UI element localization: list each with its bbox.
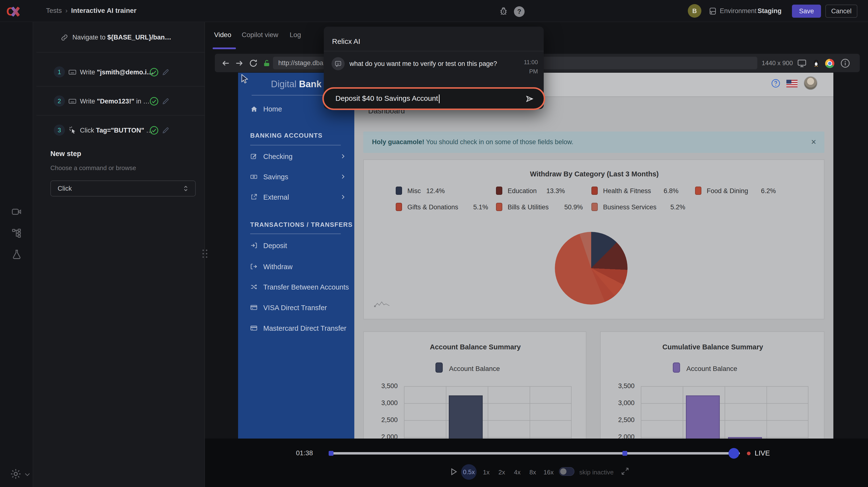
bank-sidebar: Digital Bank Home BANKING ACCOUNTS Check… bbox=[238, 73, 354, 438]
nav-label: Withdraw bbox=[263, 263, 292, 271]
legend-swatch bbox=[496, 187, 502, 195]
link-icon bbox=[61, 34, 68, 41]
divider bbox=[36, 86, 205, 87]
bank-nav-checking[interactable]: Checking bbox=[238, 151, 354, 163]
speed-option[interactable]: 16x bbox=[544, 468, 554, 476]
progress-marker[interactable] bbox=[622, 451, 627, 456]
reload-icon[interactable] bbox=[249, 59, 258, 68]
edit-pencil-icon[interactable] bbox=[162, 126, 169, 134]
unlock-icon[interactable] bbox=[262, 59, 271, 68]
speed-option[interactable]: 4x bbox=[514, 468, 521, 476]
step-row-2[interactable]: 2 Write "Demo123!" in … bbox=[33, 91, 205, 111]
y-axis-tick: 2,500 bbox=[606, 416, 634, 424]
speed-option[interactable]: 8x bbox=[529, 468, 536, 476]
alert-close-icon[interactable]: × bbox=[811, 137, 816, 147]
divider bbox=[250, 234, 341, 234]
success-check-icon bbox=[149, 96, 159, 106]
app-window: Tests › Interactive AI trainer ? B Envir… bbox=[0, 0, 868, 487]
site-help-icon[interactable] bbox=[771, 79, 781, 88]
tab-log[interactable]: Log bbox=[290, 31, 301, 39]
environment-value[interactable]: Staging bbox=[757, 7, 781, 15]
bar-plot-area bbox=[404, 386, 571, 438]
bank-nav-transfer[interactable]: Transfer Between Accounts bbox=[238, 281, 354, 294]
bar-chart-title: Account Balance Summary bbox=[364, 343, 587, 351]
recorded-site-view: Digital Bank Home BANKING ACCOUNTS Check… bbox=[238, 73, 833, 438]
tab-copilot-view[interactable]: Copilot view bbox=[242, 31, 278, 39]
speed-option[interactable]: 2x bbox=[498, 468, 505, 476]
navigate-step-row[interactable]: Navigate to ${BASE_URL}/ban… bbox=[33, 27, 205, 51]
command-select[interactable]: Click bbox=[51, 181, 196, 196]
nav-label: Savings bbox=[263, 173, 288, 181]
speed-option[interactable]: 1x bbox=[483, 468, 490, 476]
account-balance-bar bbox=[449, 395, 483, 438]
legend-label: Account Balance bbox=[686, 365, 737, 373]
monitor-icon[interactable] bbox=[797, 58, 807, 68]
flow-tree-icon[interactable] bbox=[11, 227, 22, 239]
video-camera-icon[interactable] bbox=[11, 206, 22, 217]
breadcrumb-tests[interactable]: Tests bbox=[46, 7, 62, 14]
playback-time: 01:38 bbox=[296, 449, 313, 457]
savings-icon bbox=[250, 173, 257, 180]
legend-label: Account Balance bbox=[449, 365, 500, 373]
nav-label: Checking bbox=[263, 153, 292, 161]
info-icon[interactable] bbox=[840, 58, 850, 68]
bank-nav-visa-transfer[interactable]: VISA Direct Transfer bbox=[238, 302, 354, 314]
mouse-cursor-icon bbox=[240, 74, 251, 84]
credit-card-icon bbox=[250, 304, 257, 311]
section-title-transactions: TRANSACTIONS / TRANSFERS bbox=[250, 221, 352, 229]
bank-nav-savings[interactable]: Savings bbox=[238, 171, 354, 183]
y-axis-tick: 3,500 bbox=[369, 382, 398, 390]
progress-marker[interactable] bbox=[329, 451, 334, 456]
success-check-icon bbox=[149, 67, 159, 77]
app-logo[interactable]: C bbox=[6, 5, 28, 18]
new-step-subtitle: Choose a command or browse bbox=[51, 164, 136, 172]
relicx-ai-popup: Relicx AI what do you want me to verify … bbox=[324, 27, 544, 109]
bank-nav-withdraw[interactable]: Withdraw bbox=[238, 261, 354, 273]
y-axis-tick: 2,000 bbox=[606, 433, 634, 438]
cancel-button[interactable]: Cancel bbox=[826, 5, 857, 18]
bank-nav-external[interactable]: External bbox=[238, 191, 354, 204]
chevron-down-icon[interactable] bbox=[24, 471, 31, 478]
y-axis-tick: 3,000 bbox=[369, 399, 398, 407]
bank-nav-deposit[interactable]: Deposit bbox=[238, 240, 354, 252]
live-label: LIVE bbox=[755, 449, 770, 457]
checking-icon bbox=[250, 153, 257, 160]
send-icon[interactable] bbox=[525, 94, 534, 103]
forward-arrow-icon[interactable] bbox=[235, 59, 244, 68]
play-icon[interactable] bbox=[449, 467, 458, 476]
ai-command-input[interactable]: Deposit $40 to Savings Account bbox=[322, 87, 545, 110]
help-icon[interactable]: ? bbox=[514, 6, 525, 17]
progress-knob[interactable] bbox=[728, 448, 739, 459]
step-row-1[interactable]: 1 Write "jsmith@demo.i… bbox=[33, 62, 205, 82]
fullscreen-icon[interactable] bbox=[621, 467, 629, 475]
tab-video[interactable]: Video bbox=[214, 31, 231, 39]
site-user-avatar[interactable] bbox=[804, 76, 817, 90]
step-label: Write "Demo123!" in … bbox=[80, 98, 150, 105]
alert-text: Holy guacamole! You should check in on s… bbox=[372, 138, 573, 146]
breadcrumb-separator: › bbox=[65, 7, 68, 14]
language-flag-icon[interactable] bbox=[786, 80, 798, 88]
y-axis-tick: 2,000 bbox=[369, 433, 398, 438]
edit-pencil-icon[interactable] bbox=[162, 97, 169, 105]
popup-title: Relicx AI bbox=[332, 37, 361, 45]
pie-chart-title: Withdraw By Category (Last 3 Months) bbox=[364, 170, 825, 178]
legend-swatch bbox=[396, 187, 402, 195]
legend-swatch bbox=[591, 203, 598, 211]
save-button[interactable]: Save bbox=[792, 5, 821, 18]
progress-track[interactable] bbox=[331, 452, 740, 455]
panel-resize-handle[interactable] bbox=[203, 249, 208, 263]
bug-icon[interactable] bbox=[498, 6, 508, 16]
skip-inactive-toggle[interactable] bbox=[559, 467, 575, 476]
back-arrow-icon[interactable] bbox=[221, 59, 230, 68]
bank-nav-mastercard-transfer[interactable]: Mastercard Direct Transfer bbox=[238, 323, 354, 335]
speed-option-active[interactable]: 0.5x bbox=[461, 464, 476, 480]
top-bar: Tests › Interactive AI trainer ? B Envir… bbox=[0, 0, 868, 22]
avatar[interactable]: B bbox=[688, 4, 702, 18]
nav-label: Home bbox=[263, 105, 282, 113]
step-label: Write "jsmith@demo.i… bbox=[80, 68, 153, 76]
gear-icon[interactable] bbox=[10, 468, 22, 480]
edit-pencil-icon[interactable] bbox=[162, 68, 169, 76]
flask-icon[interactable] bbox=[11, 249, 22, 260]
step-row-3[interactable]: 3 Click Tag="BUTTON" … bbox=[33, 120, 205, 140]
cumulative-balance-card: Cumulative Balance Summary Account Balan… bbox=[600, 331, 825, 438]
